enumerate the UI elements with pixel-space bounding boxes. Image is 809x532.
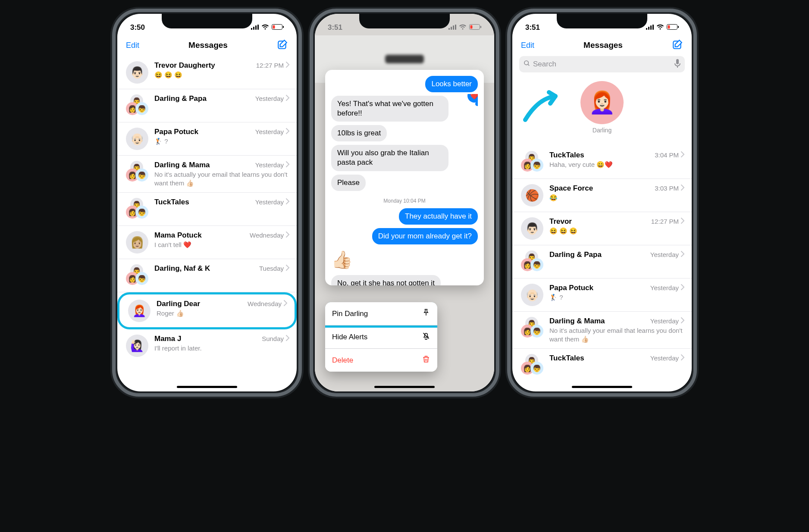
context-delete[interactable]: Delete	[325, 349, 437, 372]
avatar: 👨🏻	[126, 61, 148, 84]
conversation-name: Darling & Mama	[154, 161, 210, 169]
avatar: 👨👩👦	[521, 250, 543, 273]
conversation-row[interactable]: 👴🏻Papa PotuckYesterday 🏌️ ?	[512, 279, 692, 312]
conversation-row[interactable]: 👨👩👦TuckTalesYesterday	[512, 349, 692, 382]
conversation-preview: 🏌️ ?	[549, 293, 685, 302]
conversation-list[interactable]: 👨👩👦TuckTales3:04 PM Haha, very cute 😄❤️🏀…	[512, 146, 692, 382]
conversation-time: Tuesday	[259, 265, 290, 272]
conversation-row[interactable]: 👩🏼Mama PotuckWednesday I can't tell ❤️	[117, 226, 297, 259]
conversation-preview[interactable]: Looks better Yes! That's what we've gott…	[325, 70, 484, 285]
conversation-time: 12:27 PM	[651, 218, 685, 225]
svg-rect-3	[257, 25, 259, 30]
conversation-name: Darling Dear	[157, 300, 200, 308]
home-indicator[interactable]	[177, 386, 237, 388]
nav-bar: Edit Messages	[117, 35, 297, 56]
message-received: 10lbs is great	[331, 125, 387, 141]
conversation-row[interactable]: 👩🏻‍🦰Darling DearWednesday Roger 👍🏻	[117, 292, 297, 329]
nav-bar: Edit Messages	[512, 35, 692, 56]
phone-middle: 3:51 Looks better Yes! That's what we've…	[310, 9, 499, 397]
svg-rect-0	[251, 28, 252, 30]
context-hide-alerts[interactable]: Hide Alerts	[325, 325, 437, 349]
svg-rect-14	[480, 26, 481, 28]
conversation-row[interactable]: 👨👩👦TuckTalesYesterday	[117, 193, 297, 226]
message-sent: Did your mom already get it?	[372, 228, 478, 244]
conversation-time: Yesterday	[650, 317, 685, 325]
edit-button[interactable]: Edit	[521, 41, 534, 50]
conversation-preview: I'll report in later.	[154, 344, 290, 353]
home-indicator[interactable]	[572, 386, 632, 388]
context-pin-label: Pin Darling	[332, 310, 368, 318]
svg-rect-15	[646, 28, 647, 30]
search-input[interactable]: Search	[519, 56, 685, 72]
conversation-row[interactable]: 👨👩👦Darling & PapaYesterday	[117, 89, 297, 122]
trash-icon	[422, 355, 430, 366]
avatar: 👩🏼	[126, 231, 148, 253]
compose-button[interactable]	[277, 39, 288, 52]
conversation-row[interactable]: 🏀Space Force3:03 PM 😂	[512, 179, 692, 212]
conversation-preview: 🏌️ ?	[154, 137, 290, 146]
chevron-right-icon	[285, 232, 290, 239]
conversation-preview: No it's actually your email that learns …	[154, 170, 290, 187]
svg-rect-9	[451, 27, 452, 30]
svg-rect-10	[453, 25, 454, 30]
chevron-right-icon	[285, 265, 290, 272]
conversation-row[interactable]: 👨👩👦Darling & MamaYesterday No it's actua…	[117, 156, 297, 193]
conversation-name: TuckTales	[549, 354, 584, 363]
conversation-row[interactable]: 👴🏻Papa PotuckYesterday 🏌️ ?	[117, 122, 297, 156]
compose-button[interactable]	[672, 39, 683, 52]
conversation-row[interactable]: 👨👩👦TuckTales3:04 PM Haha, very cute 😄❤️	[512, 146, 692, 179]
status-time: 3:51	[328, 23, 342, 32]
edit-button[interactable]: Edit	[126, 41, 139, 50]
chevron-right-icon	[680, 251, 685, 258]
conversation-row[interactable]: 👨👩👦Darling, Naf & KTuesday	[117, 259, 297, 292]
message-received: Please	[331, 175, 366, 191]
chevron-right-icon	[680, 218, 685, 225]
svg-rect-16	[648, 27, 649, 30]
chevron-right-icon	[285, 335, 290, 342]
conversation-row[interactable]: 👨🏻Trevor12:27 PM 😆 😆 😆	[512, 212, 692, 245]
conversation-preview: 😂	[549, 194, 685, 202]
phone-right: 3:51 Edit Messages Search 👩🏻‍🦰 Darling	[507, 9, 697, 397]
context-hide-label: Hide Alerts	[332, 333, 367, 341]
notch	[162, 14, 252, 28]
chevron-right-icon	[285, 62, 290, 69]
conversation-name: Papa Potuck	[154, 128, 198, 136]
conversation-preview: Roger 👍🏻	[157, 309, 288, 318]
conversation-time: Yesterday	[255, 161, 290, 169]
chevron-right-icon	[680, 317, 685, 325]
annotation-arrow-icon	[521, 90, 564, 126]
pinned-conversation[interactable]: 👩🏻‍🦰	[580, 81, 624, 124]
conversation-row[interactable]: 👨👩👦Darling & MamaYesterday No it's actua…	[512, 312, 692, 349]
battery-low-icon	[272, 23, 284, 32]
svg-rect-5	[273, 25, 275, 29]
wifi-icon	[459, 23, 467, 32]
conversation-time: Sunday	[262, 335, 290, 342]
context-pin[interactable]: Pin Darling	[325, 302, 437, 325]
conversation-time: 3:03 PM	[655, 185, 685, 192]
conversation-row[interactable]: 👨👩👦Darling & PapaYesterday	[512, 245, 692, 279]
svg-rect-6	[283, 26, 284, 28]
home-indicator[interactable]	[374, 386, 435, 388]
avatar: 👨👩👦	[521, 354, 543, 376]
avatar: 🙋🏻‍♀️	[126, 335, 148, 357]
chevron-right-icon	[285, 198, 290, 206]
avatar: 👨👩👦	[126, 198, 148, 220]
conversation-row[interactable]: 👨🏻Trevor Daugherty12:27 PM 😆 😆 😆	[117, 56, 297, 89]
conversation-time: 12:27 PM	[256, 62, 290, 69]
svg-rect-20	[668, 25, 670, 29]
chevron-right-icon	[680, 151, 685, 159]
avatar: 👩🏻‍🦰	[128, 300, 151, 322]
signal-icon	[251, 23, 259, 32]
conversation-time: Wednesday	[248, 300, 288, 307]
page-title: Messages	[188, 41, 228, 50]
signal-icon	[448, 23, 456, 32]
svg-rect-8	[448, 28, 450, 30]
bell-off-icon	[422, 332, 430, 342]
conversation-name: Mama J	[154, 335, 181, 343]
message-sent: Looks better	[425, 76, 478, 92]
conversation-list[interactable]: 👨🏻Trevor Daugherty12:27 PM 😆 😆 😆👨👩👦Darli…	[117, 56, 297, 362]
battery-low-icon	[667, 23, 679, 32]
mic-icon[interactable]	[674, 59, 680, 70]
message-sent: They actually have it	[399, 208, 478, 225]
conversation-row[interactable]: 🙋🏻‍♀️Mama JSunday I'll report in later.	[117, 329, 297, 362]
